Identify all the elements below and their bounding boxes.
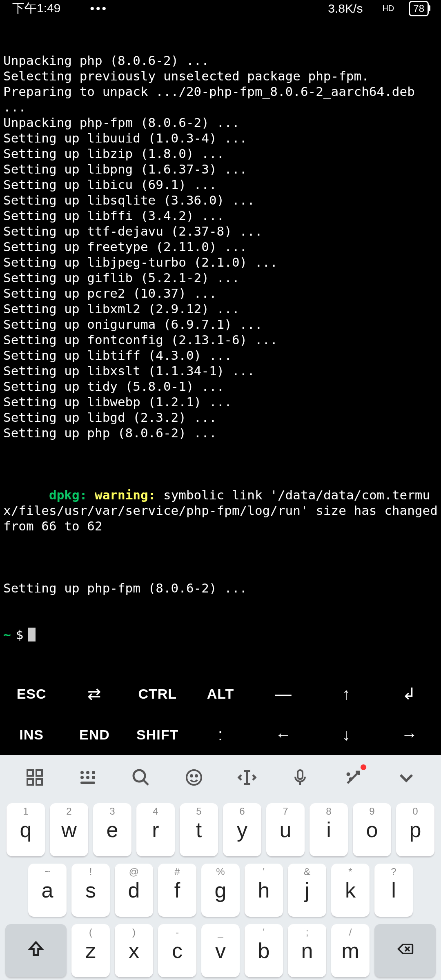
terminal-line: Setting up ttf-dejavu (2.37-8) ... bbox=[3, 223, 438, 239]
extra-key[interactable]: END bbox=[63, 727, 126, 743]
key-y[interactable]: 6y bbox=[223, 803, 261, 856]
key-w[interactable]: 2w bbox=[50, 803, 88, 856]
terminal-line: Preparing to unpack .../20-php-fpm_8.0.6… bbox=[3, 84, 438, 115]
key-k[interactable]: *k bbox=[331, 864, 370, 917]
key-h[interactable]: 'h bbox=[245, 864, 283, 917]
key-s[interactable]: !s bbox=[71, 864, 110, 917]
key-l[interactable]: ?l bbox=[374, 864, 413, 917]
collapse-icon[interactable] bbox=[394, 765, 419, 790]
terminal-line: Setting up libjpeg-turbo (2.1.0) ... bbox=[3, 254, 438, 270]
svg-rect-16 bbox=[80, 782, 95, 784]
cursor bbox=[28, 628, 36, 641]
warning-label: warning: bbox=[95, 488, 156, 502]
prompt-line[interactable]: ~ $ bbox=[3, 627, 438, 642]
svg-rect-6 bbox=[27, 770, 33, 776]
shift-key[interactable] bbox=[5, 924, 67, 977]
keyboard-layout-icon[interactable] bbox=[76, 765, 100, 790]
extra-key[interactable]: SHIFT bbox=[126, 727, 189, 743]
mic-icon[interactable] bbox=[288, 765, 312, 790]
terminal-line: Unpacking php-fpm (8.0.6-2) ... bbox=[3, 115, 438, 130]
prompt-tilde: ~ bbox=[3, 627, 11, 642]
svg-point-14 bbox=[86, 776, 89, 779]
key-g[interactable]: %g bbox=[201, 864, 240, 917]
hd-label: HD bbox=[382, 4, 394, 13]
extra-key[interactable]: : bbox=[189, 726, 252, 744]
key-m[interactable]: /m bbox=[331, 924, 370, 977]
emoji-icon[interactable] bbox=[182, 765, 206, 790]
key-z[interactable]: (z bbox=[71, 924, 110, 977]
terminal-line: Setting up libzip (1.8.0) ... bbox=[3, 146, 438, 161]
svg-point-11 bbox=[86, 771, 89, 774]
terminal-line: Setting up pcre2 (10.37) ... bbox=[3, 285, 438, 301]
key-b[interactable]: 'b bbox=[245, 924, 283, 977]
key-v[interactable]: _v bbox=[201, 924, 240, 977]
svg-point-18 bbox=[187, 770, 201, 785]
svg-point-20 bbox=[196, 775, 197, 777]
terminal-line: Setting up libuuid (1.0.3-4) ... bbox=[3, 130, 438, 146]
key-d[interactable]: @d bbox=[115, 864, 153, 917]
terminal-line: Setting up giflib (5.2.1-2) ... bbox=[3, 270, 438, 285]
cursor-control-icon[interactable] bbox=[235, 765, 259, 790]
terminal-line: Selecting previously unselected package … bbox=[3, 68, 438, 84]
prompt-dollar: $ bbox=[16, 627, 24, 642]
terminal-line: Setting up freetype (2.11.0) ... bbox=[3, 239, 438, 254]
extra-key[interactable]: ESC bbox=[0, 686, 63, 702]
key-f[interactable]: #f bbox=[158, 864, 196, 917]
svg-point-22 bbox=[347, 773, 349, 775]
keyboard-toolbar bbox=[0, 755, 441, 800]
key-n[interactable]: ;n bbox=[288, 924, 326, 977]
key-x[interactable]: )x bbox=[115, 924, 153, 977]
network-speed: 3.8K/s bbox=[328, 2, 363, 16]
key-i[interactable]: 8i bbox=[310, 803, 348, 856]
dpkg-label: dpkg: bbox=[49, 488, 87, 502]
apps-icon[interactable] bbox=[22, 765, 47, 790]
battery-icon: 78 bbox=[409, 1, 429, 16]
extra-key[interactable]: ↓ bbox=[315, 726, 378, 744]
extra-key[interactable]: ↑ bbox=[315, 685, 378, 703]
extra-key[interactable]: → bbox=[378, 726, 441, 744]
key-t[interactable]: 5t bbox=[180, 803, 218, 856]
extra-key[interactable]: — bbox=[252, 685, 315, 703]
extra-key[interactable]: ↲ bbox=[378, 684, 441, 703]
svg-rect-7 bbox=[36, 770, 42, 776]
terminal-line: Setting up php (8.0.6-2) ... bbox=[3, 425, 438, 441]
key-o[interactable]: 9o bbox=[353, 803, 391, 856]
extra-key[interactable]: ← bbox=[252, 726, 315, 744]
terminal-output[interactable]: Unpacking php (8.0.6-2) ...Selecting pre… bbox=[0, 17, 441, 673]
terminal-line: Setting up php-fpm (8.0.6-2) ... bbox=[3, 580, 438, 596]
status-time: 下午1:49 bbox=[12, 0, 60, 17]
terminal-line: Unpacking php (8.0.6-2) ... bbox=[3, 53, 438, 68]
magic-icon[interactable] bbox=[341, 765, 365, 790]
soft-keyboard: 1q2w3e4r5t6y7u8i9o0p ~a!s@d#f%g'h&j*k?l … bbox=[0, 755, 441, 980]
terminal-line: Setting up libpng (1.6.37-3) ... bbox=[3, 161, 438, 177]
terminal-line: Setting up libwebp (1.2.1) ... bbox=[3, 394, 438, 410]
key-p[interactable]: 0p bbox=[396, 803, 434, 856]
key-a[interactable]: ~a bbox=[28, 864, 67, 917]
extra-key[interactable]: ALT bbox=[189, 686, 252, 702]
key-q[interactable]: 1q bbox=[7, 803, 45, 856]
search-icon[interactable] bbox=[129, 765, 153, 790]
key-u[interactable]: 7u bbox=[266, 803, 305, 856]
svg-point-15 bbox=[92, 776, 95, 779]
svg-point-19 bbox=[191, 775, 192, 777]
svg-point-10 bbox=[80, 771, 84, 774]
extra-key[interactable]: CTRL bbox=[126, 686, 189, 702]
extra-key[interactable]: INS bbox=[0, 727, 63, 743]
terminal-line: Setting up fontconfig (2.13.1-6) ... bbox=[3, 332, 438, 347]
terminal-line: Setting up libgd (2.3.2) ... bbox=[3, 410, 438, 425]
svg-point-12 bbox=[92, 771, 95, 774]
terminal-line: Setting up libsqlite (3.36.0) ... bbox=[3, 192, 438, 208]
key-e[interactable]: 3e bbox=[93, 803, 131, 856]
key-r[interactable]: 4r bbox=[136, 803, 175, 856]
terminal-line: Setting up libicu (69.1) ... bbox=[3, 177, 438, 192]
terminal-line: Setting up libxslt (1.1.34-1) ... bbox=[3, 363, 438, 379]
extra-key[interactable]: ⇄ bbox=[63, 684, 126, 703]
svg-point-17 bbox=[134, 770, 145, 782]
terminal-line: Setting up libtiff (4.3.0) ... bbox=[3, 347, 438, 363]
key-j[interactable]: &j bbox=[288, 864, 326, 917]
status-bar: 下午1:49 ••• 3.8K/s HD bbox=[0, 0, 441, 17]
svg-point-13 bbox=[80, 776, 84, 779]
backspace-key[interactable] bbox=[374, 924, 436, 977]
termux-extra-keys: ESC⇄CTRLALT—↑↲ INSENDSHIFT:←↓→ bbox=[0, 673, 441, 755]
key-c[interactable]: -c bbox=[158, 924, 196, 977]
